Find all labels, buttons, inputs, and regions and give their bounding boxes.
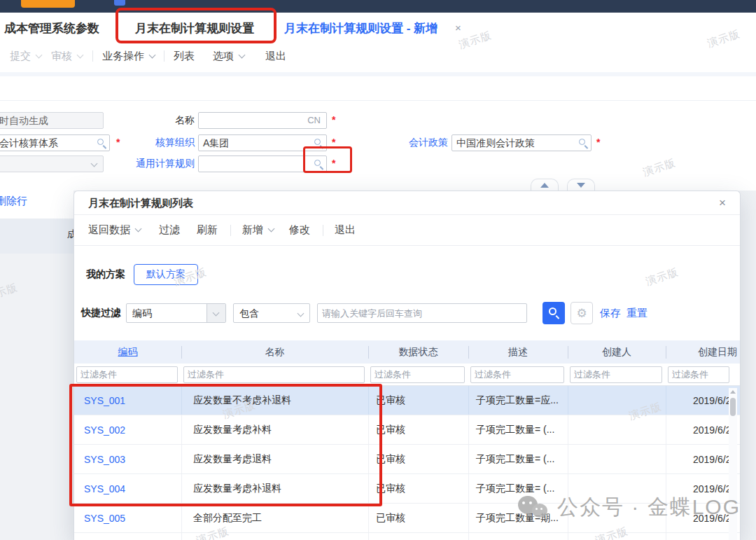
filter-button[interactable]: 过滤 (159, 223, 180, 237)
add-label: 新增 (242, 223, 263, 237)
modify-button[interactable]: 修改 (289, 223, 310, 237)
chevron-down-icon (77, 51, 84, 58)
return-data-button[interactable]: 返回数据 (88, 223, 141, 237)
column-filter-input[interactable] (570, 366, 662, 383)
row-creator (568, 415, 666, 444)
table-row[interactable]: SYS_004 应发数量考虑补退料 已审核 子项完工数量= (... 2019/… (74, 474, 740, 504)
keyword-search-input[interactable] (317, 303, 527, 323)
settings-gear-button[interactable] (570, 302, 593, 324)
search-icon[interactable] (97, 139, 104, 145)
row-code-link[interactable]: SYS_005 (74, 504, 181, 532)
chevron-down-icon (149, 51, 156, 58)
column-header-desc[interactable]: 描述 (468, 346, 568, 359)
save-link[interactable]: 保存 (600, 307, 621, 320)
dialog-header: 月末在制计算规则列表 × (74, 191, 740, 215)
filter-field-select[interactable]: 编码 (126, 303, 226, 323)
row-name: 应发数量考虑退料 (181, 445, 368, 473)
common-rule-label[interactable]: 通用计算规则 (119, 158, 195, 170)
business-actions-button[interactable]: 业务操作 (102, 50, 155, 63)
org-label[interactable]: 核算组织 (126, 137, 195, 149)
table-scrollbar[interactable] (729, 388, 737, 540)
search-icon[interactable] (314, 139, 321, 145)
collapse-down-button[interactable] (567, 179, 595, 191)
quick-filter-row: 快捷过滤 编码 包含 保存 重置 (81, 302, 648, 324)
column-header-status[interactable]: 数据状态 (368, 346, 468, 359)
org-field[interactable]: A集团 (198, 134, 327, 151)
orange-button[interactable] (21, 0, 75, 8)
my-scheme-label: 我的方案 (86, 268, 125, 281)
row-desc: 子项完工数量= (... (468, 445, 568, 473)
search-icon[interactable] (579, 139, 585, 145)
row-creator (568, 474, 666, 503)
row-creator (568, 386, 666, 415)
column-header-creator[interactable]: 创建人 (568, 346, 666, 359)
add-button[interactable]: 新增 (242, 223, 274, 237)
chevron-down-icon (268, 226, 275, 233)
policy-label[interactable]: 会计政策 (408, 137, 448, 149)
search-button[interactable] (542, 302, 565, 324)
column-filter-input[interactable] (370, 366, 465, 383)
main-toolbar: 提交 审核 业务操作 列表 选项 退出 (0, 41, 756, 71)
row-status: 已审核 (368, 386, 468, 415)
submit-button[interactable]: 提交 (10, 50, 41, 63)
chevron-down-icon (213, 310, 220, 317)
accounting-system-field[interactable]: 会计核算体系 (0, 134, 110, 151)
column-filter-input[interactable] (183, 366, 365, 383)
toolbar-separator (164, 50, 164, 62)
column-filter-input[interactable] (470, 366, 564, 383)
tab-rule-setup-new[interactable]: 月末在制计算规则设置 - 新增 (284, 20, 438, 36)
tab-cost-system-params[interactable]: 成本管理系统参数 (4, 20, 99, 36)
common-rule-field[interactable] (198, 155, 327, 172)
reset-link[interactable]: 重置 (626, 307, 648, 320)
row-code-link[interactable]: SYS_001 (74, 386, 181, 415)
default-scheme-button[interactable]: 默认方案 (134, 264, 198, 285)
chevron-down-icon (36, 51, 43, 58)
tab-close-icon[interactable]: × (455, 22, 461, 34)
column-header-code[interactable]: 编码 (74, 346, 181, 359)
divider (0, 100, 756, 101)
options-button[interactable]: 选项 (213, 50, 244, 63)
select-arrow-zone[interactable] (206, 304, 225, 322)
dialog-exit-button[interactable]: 退出 (335, 223, 356, 237)
auto-generate-field: 时自动生成 (0, 112, 104, 129)
blue-chip (114, 0, 125, 6)
row-code-link[interactable]: SYS_003 (74, 445, 181, 473)
column-header-date[interactable]: 创建日期 (666, 346, 740, 359)
required-mark: * (596, 137, 600, 148)
row-name: 全部分配至完工 (181, 504, 368, 532)
column-filter-input[interactable] (76, 366, 178, 383)
row-desc: 子项完工数量=应... (468, 386, 568, 415)
org-value: A集团 (203, 137, 229, 148)
tab-rule-setup[interactable]: 月末在制计算规则设置 (135, 20, 254, 36)
table-row[interactable]: SYS_002 应发数量考虑补料 已审核 子项完工数量= (... 2019/6… (74, 415, 740, 445)
name-field[interactable]: CN (198, 112, 327, 129)
audit-button[interactable]: 审核 (51, 50, 83, 63)
submit-label: 提交 (10, 50, 31, 63)
options-label: 选项 (213, 50, 234, 63)
table-row[interactable]: SYS_003 应发数量考虑退料 已审核 子项完工数量= (... 2019/6… (74, 445, 740, 474)
toolbar-separator (92, 50, 93, 62)
disabled-select-field (0, 155, 104, 172)
delete-row-link[interactable]: 删除行 (0, 195, 27, 208)
toolbar-separator (230, 225, 231, 236)
policy-field[interactable]: 中国准则会计政策 (451, 134, 592, 151)
scrollbar-thumb[interactable] (730, 398, 736, 416)
row-code-link[interactable]: SYS_002 (74, 415, 181, 444)
list-button[interactable]: 列表 (174, 50, 195, 63)
filter-operator-select[interactable]: 包含 (233, 303, 310, 323)
row-code-link[interactable]: SYS_004 (74, 474, 181, 503)
column-filter-input[interactable] (668, 366, 729, 383)
search-icon (549, 307, 556, 315)
collapse-up-button[interactable] (531, 179, 559, 191)
table-row[interactable]: SYS_001 应发数量不考虑补退料 已审核 子项完工数量=应... 2019/… (74, 386, 740, 415)
close-icon[interactable]: × (719, 196, 726, 210)
scroll-up-icon[interactable] (730, 390, 736, 394)
toolbar-separator (323, 225, 323, 236)
scheme-row: 我的方案 默认方案 (86, 264, 198, 285)
refresh-button[interactable]: 刷新 (197, 223, 218, 237)
exit-button[interactable]: 退出 (265, 50, 286, 63)
column-header-name[interactable]: 名称 (181, 346, 368, 359)
search-icon[interactable] (314, 160, 321, 166)
dialog-title: 月末在制计算规则列表 (88, 197, 193, 210)
table-row[interactable]: SYS_005 全部分配至完工 已审核 子项完工数量=期... 2019/6/2… (74, 504, 740, 533)
